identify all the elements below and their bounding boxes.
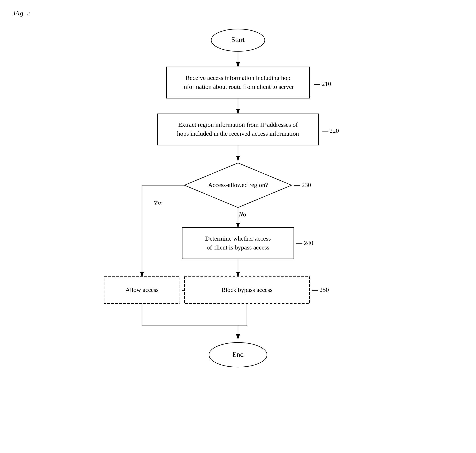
yes-label: Yes: [154, 200, 162, 207]
step220-num: — 220: [322, 127, 339, 134]
step230-num: — 230: [294, 181, 311, 188]
figure-label-text: Fig. 2: [13, 9, 30, 17]
step210-text1: Receive access information including hop: [186, 74, 290, 81]
no-label: No: [239, 211, 246, 218]
step220-text2: hops included in the received access inf…: [177, 130, 299, 137]
step240-text1: Determine whether access: [205, 235, 271, 242]
flowchart-container: Start Receive access information includi…: [0, 18, 476, 453]
fig-label: Fig. 2: [13, 9, 30, 17]
step260-text: Allow access: [125, 286, 159, 293]
end-label: End: [232, 350, 244, 358]
step240-text2: of client is bypass access: [207, 244, 269, 251]
step210-text2: information about route from client to s…: [182, 83, 294, 90]
step250-num: — 250: [311, 286, 329, 293]
step210-num: — 210: [314, 80, 331, 87]
step220-text1: Extract region information from IP addre…: [178, 121, 298, 128]
step230-text: Access-allowed region?: [208, 181, 268, 188]
step250-text: Block bypass access: [222, 286, 273, 293]
step220-box: [158, 114, 318, 145]
step210-box: [166, 67, 310, 98]
step240-box: [182, 228, 294, 259]
step240-num: — 240: [296, 240, 313, 246]
start-label: Start: [231, 35, 245, 43]
flowchart-svg: Start Receive access information includi…: [82, 18, 394, 442]
